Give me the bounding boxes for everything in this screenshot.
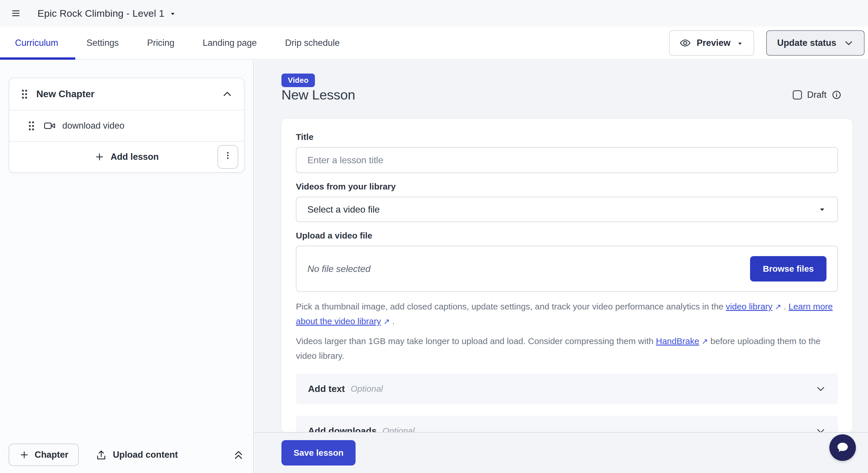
plus-icon [94,152,105,162]
add-lesson-button[interactable]: Add lesson [94,152,159,162]
add-downloads-accordion[interactable]: Add downloads Optional [296,416,838,433]
preview-label: Preview [697,38,731,48]
help-text-2: Videos larger than 1GB may take longer t… [296,336,656,346]
tab-bar: Curriculum Settings Pricing Landing page… [0,27,868,60]
chapter-header-row[interactable]: New Chapter [9,78,244,110]
video-library-link[interactable]: video library [726,302,773,311]
tab-settings[interactable]: Settings [87,38,119,48]
optional-label: Optional [351,384,383,394]
lesson-title: download video [62,121,124,131]
handbrake-link[interactable]: HandBrake [656,336,699,346]
drag-handle-icon[interactable] [20,88,29,100]
video-library-select[interactable]: Select a video file [296,197,838,222]
drag-handle-icon[interactable] [27,119,36,132]
kebab-menu-icon [223,151,233,163]
chapter-card: New Chapter download video Add lesson [9,77,245,173]
chevron-down-icon [815,384,826,394]
save-lesson-button[interactable]: Save lesson [281,440,355,466]
add-chapter-label: Chapter [35,450,68,460]
lesson-row[interactable]: download video [9,111,244,141]
chapter-options-button[interactable] [217,145,238,169]
tab-curriculum[interactable]: Curriculum [15,38,58,48]
compression-help-text: Videos larger than 1GB may take longer t… [296,334,838,363]
add-lesson-label: Add lesson [111,152,159,162]
add-downloads-label: Add downloads [308,426,377,433]
sidebar-footer: Chapter Upload content [9,444,245,466]
lesson-type-badge: Video [281,73,315,87]
help-text-separator: . [781,302,788,311]
lesson-heading: New Lesson [281,87,355,103]
optional-label: Optional [382,426,415,433]
chat-bubble-icon [836,441,849,454]
video-library-selected-value: Select a video file [307,204,380,215]
chevron-up-icon[interactable] [221,88,233,100]
upload-icon [95,449,107,461]
no-file-text: No file selected [307,263,371,274]
video-camera-icon [43,119,56,132]
upload-content-button[interactable]: Upload content [95,449,178,461]
hamburger-menu-icon[interactable] [11,8,21,18]
update-status-button[interactable]: Update status [766,30,865,56]
upload-video-label: Upload a video file [296,231,838,241]
browse-files-button[interactable]: Browse files [750,256,827,282]
add-text-accordion[interactable]: Add text Optional [296,374,838,404]
chevron-down-icon [844,38,854,48]
external-link-icon: ↗ [702,334,708,349]
video-library-help-text: Pick a thumbnail image, add closed capti… [296,299,838,329]
draft-checkbox[interactable] [793,90,802,99]
active-tab-underline [0,57,75,60]
external-link-icon: ↗ [383,314,390,329]
draft-toggle: Draft [793,90,841,100]
file-upload-dropzone[interactable]: No file selected Browse files [296,246,838,292]
info-icon[interactable] [832,90,841,100]
eye-icon [679,37,691,49]
draft-label: Draft [807,90,827,100]
caret-down-icon [169,10,177,18]
add-chapter-button[interactable]: Chapter [9,444,79,466]
save-footer: Save lesson [254,432,868,473]
help-text-1: Pick a thumbnail image, add closed capti… [296,302,726,311]
tab-pricing[interactable]: Pricing [147,38,175,48]
collapse-all-icon[interactable] [232,449,245,461]
add-text-label: Add text [308,384,345,394]
tabs: Curriculum Settings Pricing Landing page… [0,38,340,48]
update-status-label: Update status [777,38,836,48]
video-library-label: Videos from your library [296,182,838,191]
caret-down-icon [818,205,827,214]
preview-button[interactable]: Preview [669,30,754,56]
course-title: Epic Rock Climbing - Level 1 [37,8,164,19]
lesson-editor: Video New Lesson Draft Title Videos from… [254,60,868,473]
help-text-end: . [390,316,395,326]
chevron-down-icon [815,426,826,433]
upload-content-label: Upload content [113,450,178,460]
plus-icon [19,450,29,460]
add-lesson-row: Add lesson [9,141,244,172]
tab-landing-page[interactable]: Landing page [203,38,257,48]
tab-drip-schedule[interactable]: Drip schedule [285,38,340,48]
course-switcher[interactable]: Epic Rock Climbing - Level 1 [37,8,177,19]
title-label: Title [296,132,838,142]
lesson-form-card: Title Videos from your library Select a … [281,119,852,433]
chat-widget-button[interactable] [829,434,856,461]
top-bar: Epic Rock Climbing - Level 1 [0,0,868,27]
lesson-title-input[interactable] [296,147,838,173]
curriculum-sidebar: New Chapter download video Add lesson [0,60,254,473]
chapter-title: New Chapter [36,89,95,99]
caret-down-icon [736,40,744,47]
tab-bar-actions: Preview Update status [669,27,865,59]
external-link-icon: ↗ [775,299,781,314]
